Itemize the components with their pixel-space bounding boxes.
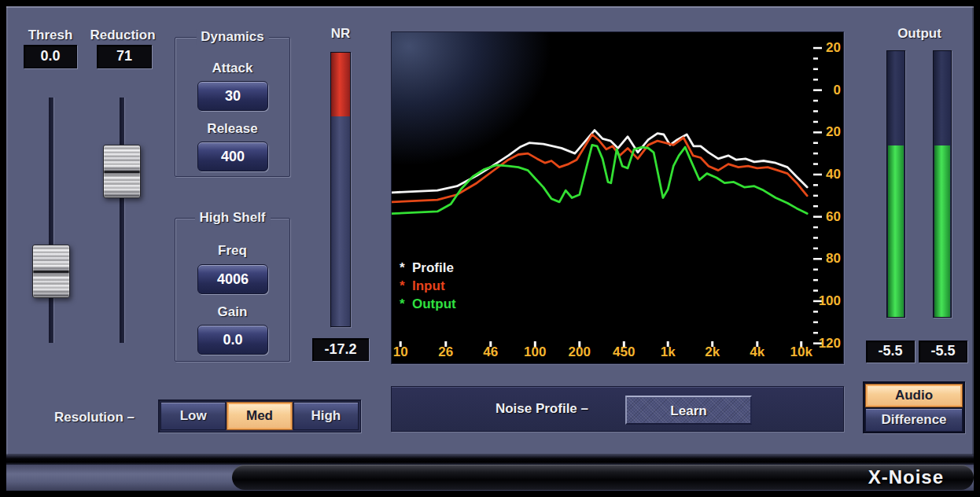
y-axis-tick bbox=[813, 269, 818, 271]
monitor-audio-button[interactable]: Audio bbox=[865, 384, 963, 407]
gain-value[interactable]: 0.0 bbox=[197, 325, 268, 355]
output-value-left[interactable]: -5.5 bbox=[866, 341, 915, 363]
reduction-fader-track[interactable] bbox=[120, 98, 124, 343]
y-axis-tick bbox=[813, 195, 818, 197]
dynamics-title: Dynamics bbox=[196, 29, 268, 45]
freq-value[interactable]: 4006 bbox=[197, 264, 268, 294]
output-value-right[interactable]: -5.5 bbox=[919, 341, 967, 363]
resolution-label: Resolution – bbox=[39, 410, 149, 425]
high-shelf-title: High Shelf bbox=[194, 210, 270, 226]
y-axis-tick bbox=[813, 205, 818, 208]
attack-value[interactable]: 30 bbox=[197, 81, 268, 111]
x-axis-label: 100 bbox=[518, 344, 552, 360]
x-axis-label: 2k bbox=[695, 344, 730, 360]
y-axis-tick bbox=[813, 163, 818, 165]
legend-output: *Output bbox=[400, 296, 456, 315]
x-axis-label: 10 bbox=[391, 344, 418, 360]
x-axis-label: 46 bbox=[473, 344, 508, 360]
release-value[interactable]: 400 bbox=[197, 142, 268, 171]
y-axis-tick bbox=[813, 79, 818, 81]
release-label: Release bbox=[175, 121, 289, 137]
y-axis-tick bbox=[813, 311, 818, 313]
title-bar: X-Noise bbox=[232, 465, 974, 490]
thresh-value[interactable]: 0.0 bbox=[24, 45, 77, 68]
output-meter-right-fill bbox=[934, 145, 950, 317]
x-axis-label: 200 bbox=[562, 344, 597, 360]
y-axis-label: 0 bbox=[816, 83, 841, 98]
learn-button[interactable]: Learn bbox=[625, 396, 752, 425]
y-axis-label: 60 bbox=[816, 209, 841, 225]
y-axis-tick bbox=[813, 68, 818, 71]
legend-profile-marker: * bbox=[400, 260, 412, 276]
gain-label: Gain bbox=[175, 304, 289, 320]
x-axis-label: 26 bbox=[429, 344, 463, 360]
bottom-groove bbox=[6, 455, 974, 465]
monitor-button-group: Audio Difference bbox=[863, 381, 965, 433]
y-axis-tick bbox=[813, 57, 818, 60]
x-axis-label: 4k bbox=[740, 344, 775, 360]
legend-profile-label: Profile bbox=[412, 260, 454, 275]
resolution-high-button[interactable]: High bbox=[293, 402, 359, 430]
high-shelf-group: High Shelf Freq 4006 Gain 0.0 bbox=[175, 218, 290, 362]
legend-input-marker: * bbox=[400, 278, 412, 294]
y-axis-label: 80 bbox=[816, 251, 841, 267]
y-axis-tick bbox=[813, 226, 818, 229]
reduction-label: Reduction bbox=[82, 28, 164, 43]
nr-meter-fill bbox=[331, 53, 350, 116]
bottom-strip: X-Noise bbox=[6, 465, 974, 491]
y-axis-tick bbox=[813, 184, 818, 186]
y-axis-tick bbox=[813, 279, 818, 282]
y-axis-tick bbox=[813, 100, 818, 102]
y-axis-label: 100 bbox=[816, 293, 841, 309]
output-meter-left bbox=[886, 50, 905, 318]
y-axis-tick bbox=[813, 322, 818, 324]
legend-profile: *Profile bbox=[400, 260, 456, 278]
y-axis-tick bbox=[813, 142, 818, 145]
legend-input-label: Input bbox=[412, 278, 445, 293]
y-axis-tick bbox=[813, 289, 818, 292]
y-axis-label: 120 bbox=[816, 336, 841, 352]
legend-output-label: Output bbox=[412, 296, 456, 311]
y-axis-tick bbox=[813, 248, 818, 250]
resolution-med-button[interactable]: Med bbox=[227, 402, 292, 430]
reduction-fader-thumb[interactable] bbox=[103, 145, 141, 198]
thresh-label: Thresh bbox=[11, 28, 90, 43]
y-axis-tick bbox=[813, 121, 818, 123]
spectrum-plot bbox=[392, 32, 844, 364]
y-axis-label: 40 bbox=[816, 167, 841, 182]
freq-label: Freq bbox=[175, 243, 289, 259]
nr-value[interactable]: -17.2 bbox=[312, 338, 369, 361]
graph-legend: *Profile *Input *Output bbox=[400, 260, 456, 315]
thresh-fader-thumb[interactable] bbox=[32, 245, 70, 298]
dynamics-group: Dynamics Attack 30 Release 400 bbox=[175, 37, 290, 177]
series-output bbox=[392, 145, 807, 213]
thresh-fader-track[interactable] bbox=[49, 98, 53, 343]
legend-input: *Input bbox=[400, 278, 456, 296]
y-axis-label: 20 bbox=[816, 124, 841, 140]
xnoise-plugin-window: Thresh Reduction 0.0 71 Dynamics Attack … bbox=[0, 0, 980, 497]
nr-label: NR bbox=[311, 26, 370, 42]
x-axis-label: 1k bbox=[650, 344, 685, 360]
output-meter-right bbox=[933, 50, 952, 318]
y-axis-tick bbox=[813, 110, 818, 112]
nr-meter bbox=[330, 52, 351, 327]
resolution-low-button[interactable]: Low bbox=[160, 402, 226, 430]
plugin-title: X-Noise bbox=[868, 466, 944, 488]
noise-profile-label: Noise Profile – bbox=[392, 387, 588, 431]
reduction-value[interactable]: 71 bbox=[97, 45, 152, 68]
output-label: Output bbox=[886, 26, 953, 42]
spectrum-graph: 1026461002004501k2k4k10k 200204060801001… bbox=[391, 31, 844, 364]
y-axis-tick bbox=[813, 332, 818, 334]
noise-profile-panel: Noise Profile – Learn bbox=[391, 386, 844, 432]
y-axis-tick bbox=[813, 237, 818, 239]
attack-label: Attack bbox=[175, 61, 289, 76]
legend-output-marker: * bbox=[400, 296, 412, 312]
output-meter-left-fill bbox=[888, 145, 904, 317]
monitor-difference-button[interactable]: Difference bbox=[865, 408, 963, 432]
series-input bbox=[392, 134, 807, 202]
y-axis-label: 20 bbox=[816, 40, 841, 56]
resolution-button-group: Low Med High bbox=[158, 399, 361, 433]
x-axis-label: 450 bbox=[606, 344, 641, 360]
x-axis-label: 10k bbox=[784, 344, 819, 360]
y-axis-tick bbox=[813, 153, 818, 155]
